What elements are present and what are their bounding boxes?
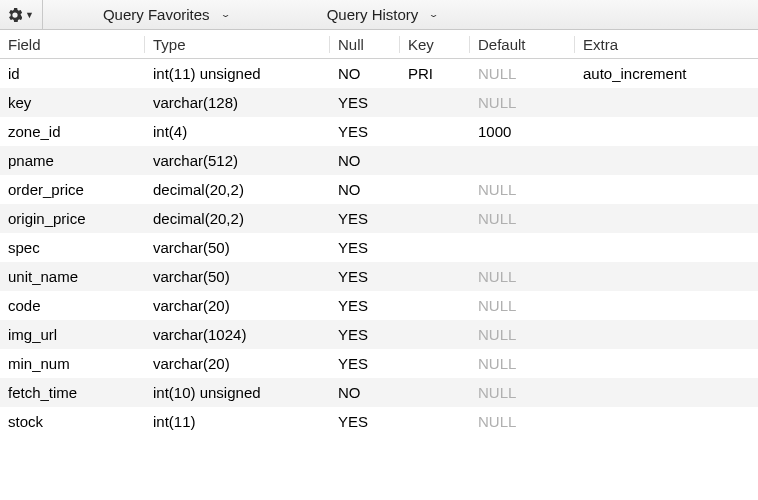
header-default[interactable]: Default	[470, 36, 575, 53]
table-header-row: Field Type Null Key Default Extra	[0, 30, 758, 59]
cell-default: NULL	[470, 326, 575, 343]
cell-default: NULL	[470, 297, 575, 314]
cell-default: NULL	[470, 210, 575, 227]
table-row[interactable]: origin_pricedecimal(20,2)YESNULL	[0, 204, 758, 233]
table-row[interactable]: codevarchar(20)YESNULL	[0, 291, 758, 320]
cell-field: origin_price	[0, 210, 145, 227]
cell-null: YES	[330, 94, 400, 111]
cell-type: varchar(1024)	[145, 326, 330, 343]
query-favorites-menu[interactable]: Query Favorites ⌄	[43, 0, 247, 29]
table-row[interactable]: img_urlvarchar(1024)YESNULL	[0, 320, 758, 349]
cell-field: stock	[0, 413, 145, 430]
cell-field: img_url	[0, 326, 145, 343]
cell-field: zone_id	[0, 123, 145, 140]
table-row[interactable]: order_pricedecimal(20,2)NONULL	[0, 175, 758, 204]
toolbar: ▼ Query Favorites ⌄ Query History ⌄	[0, 0, 758, 30]
cell-type: varchar(512)	[145, 152, 330, 169]
cell-default: NULL	[470, 65, 575, 82]
table-row[interactable]: stockint(11)YESNULL	[0, 407, 758, 436]
cell-null: NO	[330, 152, 400, 169]
cell-field: pname	[0, 152, 145, 169]
cell-null: YES	[330, 413, 400, 430]
cell-null: YES	[330, 268, 400, 285]
cell-field: spec	[0, 239, 145, 256]
cell-null: YES	[330, 210, 400, 227]
table-row[interactable]: zone_idint(4)YES1000	[0, 117, 758, 146]
cell-field: id	[0, 65, 145, 82]
cell-default: NULL	[470, 355, 575, 372]
table-row[interactable]: min_numvarchar(20)YESNULL	[0, 349, 758, 378]
cell-default: NULL	[470, 181, 575, 198]
cell-null: YES	[330, 326, 400, 343]
caret-down-icon: ▼	[25, 10, 34, 20]
cell-type: int(11)	[145, 413, 330, 430]
cell-field: code	[0, 297, 145, 314]
cell-null: YES	[330, 355, 400, 372]
query-favorites-label: Query Favorites	[103, 6, 210, 23]
cell-default: NULL	[470, 413, 575, 430]
cell-type: int(11) unsigned	[145, 65, 330, 82]
cell-type: decimal(20,2)	[145, 210, 330, 227]
cell-type: varchar(50)	[145, 239, 330, 256]
cell-field: unit_name	[0, 268, 145, 285]
cell-default: 1000	[470, 123, 575, 140]
cell-type: varchar(20)	[145, 355, 330, 372]
header-extra[interactable]: Extra	[575, 36, 758, 53]
cell-null: NO	[330, 181, 400, 198]
gear-icon	[8, 8, 22, 22]
header-type[interactable]: Type	[145, 36, 330, 53]
cell-key: PRI	[400, 65, 470, 82]
cell-type: varchar(128)	[145, 94, 330, 111]
settings-button[interactable]: ▼	[0, 0, 43, 29]
structure-table: Field Type Null Key Default Extra idint(…	[0, 30, 758, 436]
chevron-down-icon: ⌄	[220, 10, 231, 19]
cell-type: int(10) unsigned	[145, 384, 330, 401]
cell-type: decimal(20,2)	[145, 181, 330, 198]
cell-field: key	[0, 94, 145, 111]
cell-default: NULL	[470, 268, 575, 285]
table-row[interactable]: idint(11) unsignedNOPRINULLauto_incremen…	[0, 59, 758, 88]
table-row[interactable]: keyvarchar(128)YESNULL	[0, 88, 758, 117]
table-row[interactable]: fetch_timeint(10) unsignedNONULL	[0, 378, 758, 407]
cell-null: NO	[330, 384, 400, 401]
cell-null: NO	[330, 65, 400, 82]
table-row[interactable]: pnamevarchar(512)NO	[0, 146, 758, 175]
table-row[interactable]: specvarchar(50)YES	[0, 233, 758, 262]
table-row[interactable]: unit_namevarchar(50)YESNULL	[0, 262, 758, 291]
header-key[interactable]: Key	[400, 36, 470, 53]
chevron-down-icon: ⌄	[428, 10, 439, 19]
cell-field: order_price	[0, 181, 145, 198]
cell-type: int(4)	[145, 123, 330, 140]
cell-null: YES	[330, 239, 400, 256]
header-null[interactable]: Null	[330, 36, 400, 53]
cell-field: min_num	[0, 355, 145, 372]
query-history-menu[interactable]: Query History ⌄	[247, 0, 456, 29]
cell-field: fetch_time	[0, 384, 145, 401]
cell-null: YES	[330, 123, 400, 140]
cell-extra: auto_increment	[575, 65, 758, 82]
header-field[interactable]: Field	[0, 36, 145, 53]
cell-default: NULL	[470, 384, 575, 401]
cell-type: varchar(20)	[145, 297, 330, 314]
cell-null: YES	[330, 297, 400, 314]
cell-default: NULL	[470, 94, 575, 111]
query-history-label: Query History	[327, 6, 419, 23]
cell-type: varchar(50)	[145, 268, 330, 285]
table-body: idint(11) unsignedNOPRINULLauto_incremen…	[0, 59, 758, 436]
